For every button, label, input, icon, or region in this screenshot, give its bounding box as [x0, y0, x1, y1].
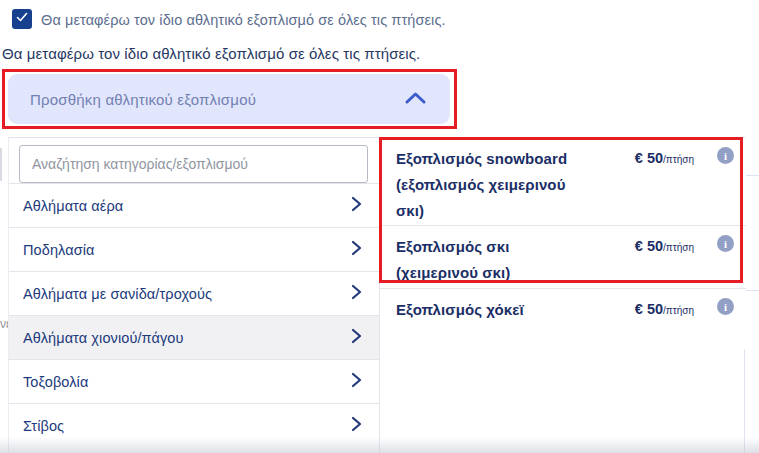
- category-row-board-wheel-sports[interactable]: Αθλήματα με σανίδα/τροχούς: [9, 271, 379, 315]
- checkbox-label: Θα μεταφέρω τον ίδιο αθλητικό εξοπλισμό …: [41, 12, 446, 28]
- background-divider-line: [745, 290, 759, 291]
- section-label: Θα μεταφέρω τον ίδιο αθλητικό εξοπλισμό …: [2, 45, 420, 62]
- info-icon[interactable]: i: [717, 298, 734, 315]
- chevron-up-icon: [403, 90, 428, 109]
- equipment-item-ski[interactable]: Εξοπλισμός σκι (χειμερινού σκι) € 50/πτή…: [380, 226, 746, 289]
- chevron-right-icon: [350, 195, 363, 217]
- info-icon[interactable]: i: [717, 235, 734, 252]
- category-label: Αθλήματα χιονιού/πάγου: [23, 330, 183, 346]
- chevron-right-icon: [350, 371, 363, 393]
- category-label: Αθλήματα με σανίδα/τροχούς: [23, 286, 212, 302]
- category-row-snow-ice-sports[interactable]: Αθλήματα χιονιού/πάγου: [9, 315, 379, 359]
- checkmark-icon: [15, 10, 29, 28]
- same-equipment-checkbox[interactable]: [12, 9, 32, 29]
- equipment-name: Εξοπλισμός χόκεϊ: [380, 289, 616, 323]
- equipment-item-hockey[interactable]: Εξοπλισμός χόκεϊ € 50/πτήση i: [380, 289, 746, 349]
- toggle-label: Προσθήκη αθλητικού εξοπλισμού: [30, 91, 256, 108]
- category-row-cycling[interactable]: Ποδηλασία: [9, 227, 379, 271]
- equipment-price: € 50/πτήση: [635, 237, 694, 255]
- chevron-right-icon: [350, 415, 363, 437]
- equipment-name: Εξοπλισμός σκι (χειμερινού σκι): [380, 226, 616, 286]
- category-label: Τοξοβολία: [23, 374, 88, 390]
- equipment-price: € 50/πτήση: [635, 149, 694, 167]
- equipment-item-snowboard[interactable]: Εξοπλισμός snowboard (εξοπλισμός χειμερι…: [380, 138, 746, 226]
- search-input[interactable]: [19, 145, 368, 183]
- equipment-name: Εξοπλισμός snowboard (εξοπλισμός χειμερι…: [380, 138, 616, 224]
- chevron-right-icon: [350, 327, 363, 349]
- category-row-athletics[interactable]: Στίβος: [9, 403, 379, 447]
- category-row-archery[interactable]: Τοξοβολία: [9, 359, 379, 403]
- category-label: Στίβος: [23, 418, 64, 434]
- equipment-price: € 50/πτήση: [635, 300, 694, 318]
- chevron-right-icon: [350, 239, 363, 261]
- sports-equipment-dialog: νε Θα μεταφέρω τον ίδιο αθλητικό εξοπλισ…: [0, 0, 759, 453]
- background-divider-line: [745, 175, 759, 176]
- category-row-air-sports[interactable]: Αθλήματα αέρα: [9, 183, 379, 227]
- category-label: Αθλήματα αέρα: [23, 198, 123, 214]
- info-icon[interactable]: i: [717, 147, 734, 164]
- add-sports-equipment-toggle[interactable]: Προσθήκη αθλητικού εξοπλισμού: [8, 74, 450, 124]
- equipment-picker-panel: Αθλήματα αέρα Ποδηλασία Αθλήματα με σανί…: [8, 137, 745, 453]
- chevron-right-icon: [350, 283, 363, 305]
- background-edge-sliver: [0, 148, 2, 181]
- category-label: Ποδηλασία: [23, 242, 95, 258]
